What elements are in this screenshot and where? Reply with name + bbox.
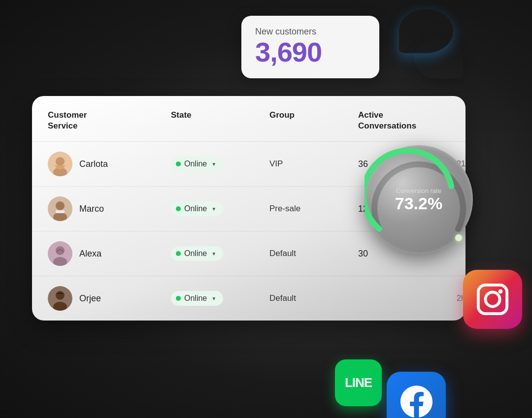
dropdown-arrow: ▼ <box>211 251 216 257</box>
group-cell-orjee: Default <box>269 293 358 303</box>
new-customers-value: 3,690 <box>255 37 366 67</box>
state-cell-marco[interactable]: Online ▼ <box>171 201 269 216</box>
state-cell-alexa[interactable]: Online ▼ <box>171 246 269 261</box>
state-cell-orjee[interactable]: Online ▼ <box>171 291 269 306</box>
agent-name-carlota: Carlota <box>79 159 108 169</box>
svg-rect-6 <box>56 210 65 213</box>
svg-rect-13 <box>478 285 507 314</box>
col-header-group: Group <box>269 110 358 131</box>
col-header-service: CustomerService <box>48 110 171 131</box>
agent-name-marco: Marco <box>79 204 104 214</box>
gauge-needle <box>455 234 462 241</box>
dropdown-arrow: ▼ <box>211 296 216 301</box>
svg-point-11 <box>56 291 65 300</box>
col-header-state: State <box>171 110 269 131</box>
chat-bubbles-decoration <box>384 9 463 88</box>
new-customers-label: New customers <box>255 27 366 37</box>
group-cell-marco: Pre-sale <box>269 204 358 214</box>
col-header-conversations: ActiveConversations <box>358 110 457 131</box>
svg-point-15 <box>499 289 503 294</box>
agent-cell-marco: Marco <box>48 196 171 221</box>
avatar-alexa <box>48 241 72 266</box>
line-icon-label: LINE <box>345 375 372 390</box>
svg-point-1 <box>56 157 65 166</box>
avatar-marco <box>48 196 72 221</box>
gauge-background: Conversion rate 73.2% <box>365 145 473 254</box>
state-cell-carlota[interactable]: Online ▼ <box>171 157 269 171</box>
status-dot <box>176 161 181 166</box>
agent-cell-orjee: Orjee <box>48 286 171 311</box>
facebook-icon[interactable] <box>387 372 446 418</box>
instagram-icon[interactable] <box>463 270 522 329</box>
new-customers-card: New customers 3,690 <box>241 16 379 78</box>
agent-name-alexa: Alexa <box>79 249 101 259</box>
line-icon[interactable]: LINE <box>335 359 382 406</box>
svg-point-8 <box>56 246 65 255</box>
table-header: CustomerService State Group ActiveConver… <box>32 96 466 142</box>
status-dot <box>176 206 181 211</box>
group-cell-alexa: Default <box>269 249 358 258</box>
agent-cell-alexa: Alexa <box>48 241 171 266</box>
dropdown-arrow: ▼ <box>211 161 216 167</box>
svg-point-14 <box>485 292 499 306</box>
status-dot <box>176 251 181 256</box>
status-dot <box>176 296 181 301</box>
bubble-white-icon <box>414 38 463 79</box>
svg-point-4 <box>56 201 65 210</box>
group-cell-carlota: VIP <box>269 159 358 169</box>
table-row: Orjee Online ▼ Default 2h <box>32 276 466 321</box>
conversion-rate-gauge: Conversion rate 73.2% <box>365 145 473 254</box>
avatar-carlota <box>48 152 72 176</box>
avatar-orjee <box>48 286 72 311</box>
dropdown-arrow: ▼ <box>211 206 216 212</box>
agent-name-orjee: Orjee <box>79 293 101 304</box>
agent-cell-carlota: Carlota <box>48 152 171 176</box>
